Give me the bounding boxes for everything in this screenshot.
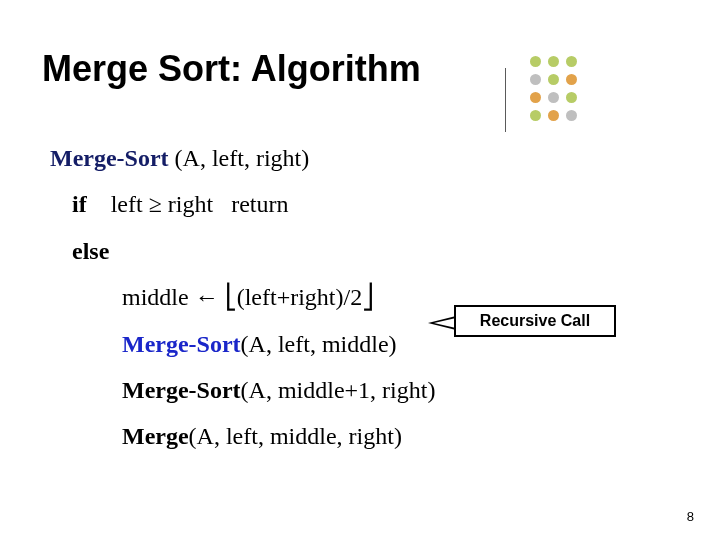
algorithm-block: Merge-Sort (A, left, right) if left ≥ ri…	[50, 128, 670, 453]
call3-args: (A, left, middle, right)	[189, 423, 402, 449]
call3-name: Merge	[122, 423, 189, 449]
slide-title: Merge Sort: Algorithm	[42, 48, 421, 90]
kw-return: return	[231, 191, 288, 217]
decoration-dot	[548, 92, 559, 103]
decoration-dot	[530, 92, 541, 103]
algo-call3-line: Merge(A, left, middle, right)	[122, 420, 670, 452]
call2-args: (A, middle+1, right)	[241, 377, 436, 403]
fn-args: (A, left, right)	[169, 145, 310, 171]
decoration-dot	[530, 110, 541, 121]
call1-name: Merge-Sort	[122, 331, 241, 357]
decoration-dot	[566, 56, 577, 67]
decoration-dot	[566, 74, 577, 85]
decoration-dot	[548, 74, 559, 85]
assign-text: middle ← ⎣(left+right)/2⎦	[122, 284, 374, 310]
decoration-dot	[566, 92, 577, 103]
callout-text: Recursive Call	[480, 312, 590, 329]
decoration-dot	[548, 56, 559, 67]
algo-header: Merge-Sort (A, left, right)	[50, 142, 670, 174]
algo-call2-line: Merge-Sort(A, middle+1, right)	[122, 374, 670, 406]
call1-args: (A, left, middle)	[241, 331, 397, 357]
if-cond: left ≥ right	[111, 191, 213, 217]
algo-if-line: if left ≥ right return	[72, 188, 670, 220]
algo-else-line: else	[72, 235, 670, 267]
decoration-dot	[566, 110, 577, 121]
decoration-dot	[530, 56, 541, 67]
call2-name: Merge-Sort	[122, 377, 241, 403]
kw-else: else	[72, 238, 109, 264]
page-number: 8	[687, 509, 694, 524]
slide: Merge Sort: Algorithm Merge-Sort (A, lef…	[0, 0, 720, 540]
kw-if: if	[72, 191, 87, 217]
callout-arrow-inner	[434, 318, 456, 328]
callout-box: Recursive Call	[454, 305, 616, 337]
fn-name: Merge-Sort	[50, 145, 169, 171]
decoration-dot	[548, 110, 559, 121]
decoration-dot	[530, 74, 541, 85]
decoration-vline	[505, 68, 506, 132]
